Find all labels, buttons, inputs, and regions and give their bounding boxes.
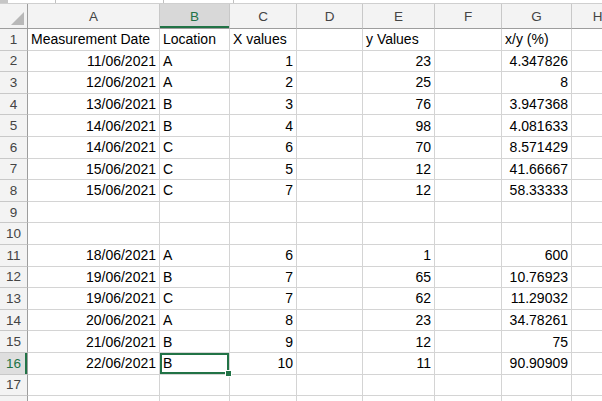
cell-D5[interactable] [297,115,363,137]
row-header-14[interactable]: 14 [0,310,28,332]
cell-D2[interactable] [297,51,363,73]
cell-H17[interactable] [572,375,602,397]
cell-D16[interactable] [297,353,363,375]
cell-G15[interactable]: 75 [502,331,572,353]
cell-A3[interactable]: 12/06/2021 [28,72,160,94]
column-header-C[interactable]: C [230,4,297,29]
cell-F7[interactable] [435,159,502,181]
cell-D11[interactable] [297,245,363,267]
cell-A17[interactable] [28,375,160,397]
cell-C13[interactable]: 7 [230,288,297,310]
cell-D10[interactable] [297,223,363,245]
cell-H8[interactable] [572,180,602,202]
cell-A4[interactable]: 13/06/2021 [28,94,160,116]
column-header-B[interactable]: B [160,4,230,29]
cell-C3[interactable]: 2 [230,72,297,94]
cell-G10[interactable] [502,223,572,245]
cell-G3[interactable]: 8 [502,72,572,94]
cell-E9[interactable] [363,202,435,224]
cell-A15[interactable]: 21/06/2021 [28,331,160,353]
cell-A8[interactable]: 15/06/2021 [28,180,160,202]
cell-G11[interactable]: 600 [502,245,572,267]
cell-E16[interactable]: 11 [363,353,435,375]
cell-A16[interactable]: 22/06/2021 [28,353,160,375]
cell-B10[interactable] [160,223,230,245]
row-header-13[interactable]: 13 [0,288,28,310]
row-header-10[interactable]: 10 [0,223,28,245]
row-header-5[interactable]: 5 [0,115,28,137]
cell-F12[interactable] [435,267,502,289]
cell-B6[interactable]: C [160,137,230,159]
cell-H6[interactable] [572,137,602,159]
cell-C15[interactable]: 9 [230,331,297,353]
row-header-6[interactable]: 6 [0,137,28,159]
cell-C10[interactable] [230,223,297,245]
cell-F11[interactable] [435,245,502,267]
column-header-F[interactable]: F [435,4,502,29]
cell-B16[interactable]: B [160,353,230,375]
cell-D14[interactable] [297,310,363,332]
cell-H16[interactable] [572,353,602,375]
cell-E12[interactable]: 65 [363,267,435,289]
cell-E6[interactable]: 70 [363,137,435,159]
cell-H15[interactable] [572,331,602,353]
cell-D9[interactable] [297,202,363,224]
row-header-4[interactable]: 4 [0,94,28,116]
cell-B2[interactable]: A [160,51,230,73]
row-header-16[interactable]: 16 [0,353,28,375]
cell-H10[interactable] [572,223,602,245]
cell-H13[interactable] [572,288,602,310]
cell-B7[interactable]: C [160,159,230,181]
cell-E17[interactable] [363,375,435,397]
cell-D7[interactable] [297,159,363,181]
cell-A9[interactable] [28,202,160,224]
cell-F1[interactable] [435,29,502,51]
cell-F10[interactable] [435,223,502,245]
cell-B17[interactable] [160,375,230,397]
cell-G4[interactable]: 3.947368 [502,94,572,116]
cell-B11[interactable]: A [160,245,230,267]
row-header-2[interactable]: 2 [0,51,28,73]
cell-E1[interactable]: y Values [363,29,435,51]
cell-F14[interactable] [435,310,502,332]
cell-F13[interactable] [435,288,502,310]
cell-E11[interactable]: 1 [363,245,435,267]
column-header-H[interactable]: H [572,4,602,29]
cell-D1[interactable] [297,29,363,51]
cell-A12[interactable]: 19/06/2021 [28,267,160,289]
cell-D4[interactable] [297,94,363,116]
cell-H9[interactable] [572,202,602,224]
cell-F8[interactable] [435,180,502,202]
cell-G1[interactable]: x/y (%) [502,29,572,51]
cell-A5[interactable]: 14/06/2021 [28,115,160,137]
cell-C8[interactable]: 7 [230,180,297,202]
cell-E8[interactable]: 12 [363,180,435,202]
cell-B3[interactable]: A [160,72,230,94]
cell-G7[interactable]: 41.66667 [502,159,572,181]
cell-B8[interactable]: C [160,180,230,202]
cell-C2[interactable]: 1 [230,51,297,73]
cell-G17[interactable] [502,375,572,397]
cell-A11[interactable]: 18/06/2021 [28,245,160,267]
cell-D3[interactable] [297,72,363,94]
cell-H5[interactable] [572,115,602,137]
cell-G12[interactable]: 10.76923 [502,267,572,289]
cell-C7[interactable]: 5 [230,159,297,181]
cell-B1[interactable]: Location [160,29,230,51]
row-header-8[interactable]: 8 [0,180,28,202]
cell-A7[interactable]: 15/06/2021 [28,159,160,181]
cell-H11[interactable] [572,245,602,267]
cell-A13[interactable]: 19/06/2021 [28,288,160,310]
cell-C12[interactable]: 7 [230,267,297,289]
cell-B9[interactable] [160,202,230,224]
cell-D8[interactable] [297,180,363,202]
cell-B15[interactable]: B [160,331,230,353]
cell-G9[interactable] [502,202,572,224]
cell-A14[interactable]: 20/06/2021 [28,310,160,332]
cell-C6[interactable]: 6 [230,137,297,159]
cell-G16[interactable]: 90.90909 [502,353,572,375]
cell-B4[interactable]: B [160,94,230,116]
cell-D15[interactable] [297,331,363,353]
row-header-12[interactable]: 12 [0,267,28,289]
cell-H1[interactable] [572,29,602,51]
